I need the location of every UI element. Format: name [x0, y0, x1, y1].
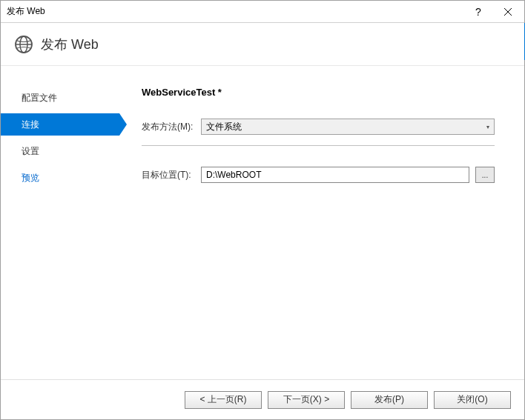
- sidebar-item-label: 连接: [22, 119, 39, 131]
- publish-method-label: 发布方法(M):: [142, 121, 201, 133]
- dialog-body: 配置文件 连接 设置 预览 WebServiceTest * 发布方法(M): …: [1, 66, 524, 379]
- select-value: 文件系统: [206, 121, 242, 133]
- chevron-down-icon: ▾: [486, 124, 489, 130]
- sidebar-item-connection[interactable]: 连接: [1, 113, 119, 136]
- close-button[interactable]: 关闭(O): [434, 391, 511, 409]
- sidebar-item-settings[interactable]: 设置: [1, 140, 119, 162]
- target-location-input[interactable]: [201, 167, 469, 183]
- target-location-row: 目标位置(T): ...: [142, 167, 495, 183]
- window-title: 发布 Web: [7, 5, 463, 18]
- dialog-header: 发布 Web: [1, 23, 524, 66]
- sidebar-item-label: 预览: [22, 172, 39, 184]
- sidebar-item-label: 配置文件: [22, 92, 57, 104]
- publish-method-row: 发布方法(M): 文件系统 ▾: [142, 119, 495, 135]
- prev-button[interactable]: < 上一页(R): [185, 391, 262, 409]
- sidebar: 配置文件 连接 设置 预览: [1, 66, 119, 379]
- browse-button[interactable]: ...: [475, 167, 495, 183]
- sidebar-item-profile[interactable]: 配置文件: [1, 87, 119, 109]
- publish-button[interactable]: 发布(P): [351, 391, 428, 409]
- close-icon: [504, 8, 512, 16]
- help-button[interactable]: ?: [463, 1, 493, 22]
- publish-method-select[interactable]: 文件系统 ▾: [201, 119, 495, 135]
- titlebar: 发布 Web ?: [1, 1, 524, 23]
- dialog-footer: < 上一页(R) 下一页(X) > 发布(P) 关闭(O): [1, 379, 524, 419]
- globe-icon: [14, 35, 33, 54]
- target-location-label: 目标位置(T):: [142, 169, 201, 181]
- publish-web-dialog: 发布 Web ? 发布 Web 配置文件 连接 设置 预览 W: [0, 0, 525, 420]
- dialog-title: 发布 Web: [41, 36, 99, 53]
- sidebar-item-label: 设置: [22, 145, 39, 158]
- profile-name: WebServiceTest *: [142, 87, 495, 98]
- sidebar-item-preview[interactable]: 预览: [1, 167, 119, 189]
- main-panel: WebServiceTest * 发布方法(M): 文件系统 ▾ 目标位置(T)…: [119, 66, 524, 379]
- divider: [142, 145, 495, 146]
- next-button[interactable]: 下一页(X) >: [268, 391, 345, 409]
- close-button[interactable]: [493, 1, 523, 22]
